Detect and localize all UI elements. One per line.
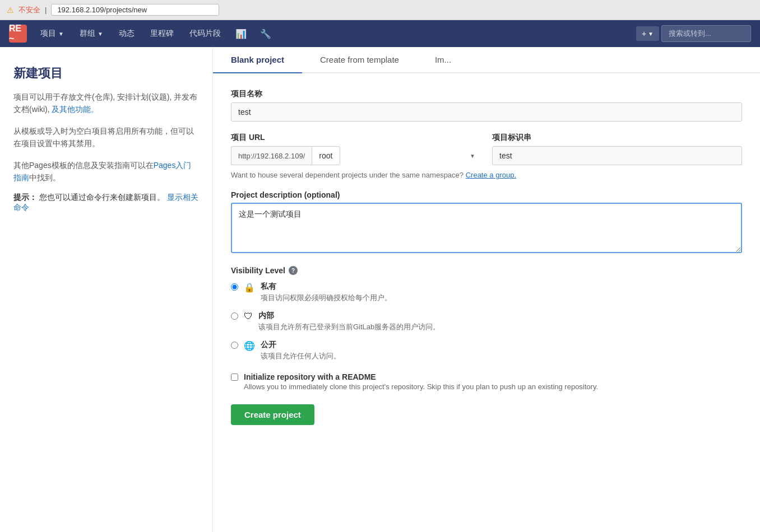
project-name-input[interactable] [231,102,742,122]
public-label: 公开 [261,340,341,350]
project-slug-label: 项目标识串 [492,133,742,143]
visibility-private-radio[interactable] [231,283,238,291]
nav-settings-icon[interactable]: 🔧 [254,25,277,43]
visibility-help-icon[interactable]: ? [289,266,298,275]
tab-create-from-template[interactable]: Create from template [302,47,417,73]
sidebar-desc3: 其他Pages模板的信息及安装指南可以在Pages入门指南中找到。 [13,159,199,184]
project-slug-input[interactable] [492,146,742,165]
sidebar-desc2: 从模板或导入时为空白项目将启用所有功能，但可以在项目设置中将其禁用。 [13,125,199,150]
create-group-link[interactable]: Create a group. [466,171,516,179]
nav-milestones[interactable]: 里程碑 [143,25,180,42]
projects-chevron-icon: ▼ [58,31,64,37]
visibility-title: Visibility Level ? [231,266,742,275]
groups-chevron-icon: ▼ [98,31,103,37]
readme-label[interactable]: Initialize repository with a README [244,372,376,381]
globe-icon: 🌐 [244,340,255,351]
insecure-label: 不安全 [18,5,40,15]
readme-row: Initialize repository with a README Allo… [231,372,742,391]
namespace-select[interactable]: root [312,146,340,165]
private-desc: 项目访问权限必须明确授权给每个用户。 [261,293,392,303]
url-prefix: http://192.168.2.109/ [231,146,312,165]
main-content: 新建项目 项目可以用于存放文件(仓库), 安排计划(议题), 并发布文档(wik… [0,47,760,532]
nav-projects[interactable]: 项目 ▼ [34,25,71,42]
create-project-button[interactable]: Create project [231,404,314,425]
project-url-label: 项目 URL [231,133,481,143]
plus-icon: + [642,29,646,38]
nav-groups[interactable]: 群组 ▼ [73,25,110,42]
form-content: 项目名称 项目 URL http://192.168.2.109/ root 项… [213,73,760,441]
tab-import[interactable]: Im... [417,47,469,73]
visibility-internal[interactable]: 🛡 内部 该项目允许所有已登录到当前GitLab服务器的用户访问。 [231,311,742,332]
sidebar-desc1: 项目可以用于存放文件(仓库), 安排计划(议题), 并发布文档(wiki), 及… [13,91,199,116]
namespace-select-wrapper: root [312,146,481,165]
tip-section: 提示： 您也可以通过命令行来创建新项目。 显示相关命令 [13,193,199,213]
public-desc: 该项目允许任何人访问。 [261,351,341,361]
private-label: 私有 [261,282,392,292]
nav-activity[interactable]: 动态 [112,25,141,42]
plus-chevron-icon: ▼ [648,31,654,37]
new-item-button[interactable]: + ▼ [636,26,659,41]
project-name-group: 项目名称 [231,89,742,122]
tabs: Blank project Create from template Im... [213,47,760,73]
page-title: 新建项目 [13,65,199,82]
tip-label: 提示： [13,193,37,202]
description-label: Project description (optional) [231,190,742,199]
pages-link[interactable]: Pages [154,161,176,170]
project-url-group: 项目 URL http://192.168.2.109/ root [231,133,481,165]
lock-icon: 🔒 [244,282,255,293]
visibility-public-radio[interactable] [231,342,238,349]
visibility-public[interactable]: 🌐 公开 该项目允许任何人访问。 [231,340,742,361]
tip-text: 您也可以通过命令行来创建新项目。 [39,193,165,202]
browser-bar: ⚠ 不安全 | 192.168.2.109/projects/new [0,0,760,20]
search-box[interactable]: 搜索或转到... [661,25,751,42]
brand-logo[interactable]: RE ~ [9,25,27,43]
description-group: Project description (optional) 这是一个测试项目 [231,190,742,255]
nav-snippets[interactable]: 代码片段 [183,25,228,42]
description-textarea[interactable]: 这是一个测试项目 [231,203,742,253]
visibility-private[interactable]: 🔒 私有 项目访问权限必须明确授权给每个用户。 [231,282,742,303]
tab-blank-project[interactable]: Blank project [213,47,302,73]
visibility-section: Visibility Level ? 🔒 私有 项目访问权限必须明确授权给每个用… [231,266,742,361]
form-area: Blank project Create from template Im...… [213,47,760,532]
project-url-row: 项目 URL http://192.168.2.109/ root 项目标识串 [231,133,742,165]
internal-desc: 该项目允许所有已登录到当前GitLab服务器的用户访问。 [258,322,440,332]
url-input-row: http://192.168.2.109/ root [231,146,481,165]
other-features-link[interactable]: 及其他功能。 [52,105,99,114]
navbar: RE ~ 项目 ▼ 群组 ▼ 动态 里程碑 代码片段 📊 🔧 + ▼ 搜索或转到… [0,20,760,47]
sidebar: 新建项目 项目可以用于存放文件(仓库), 安排计划(议题), 并发布文档(wik… [0,47,213,532]
internal-label: 内部 [258,311,440,321]
address-bar[interactable]: 192.168.2.109/projects/new [51,4,219,16]
project-slug-group: 项目标识串 [492,133,742,165]
nav-chart-icon[interactable]: 📊 [230,25,252,43]
project-name-label: 项目名称 [231,89,742,99]
readme-checkbox[interactable] [231,374,238,381]
namespace-hint: Want to house several dependent projects… [231,171,742,179]
readme-desc: Allows you to immediately clone this pro… [244,382,598,391]
warning-icon: ⚠ [7,6,14,15]
shield-icon: 🛡 [244,311,253,321]
visibility-internal-radio[interactable] [231,312,238,320]
